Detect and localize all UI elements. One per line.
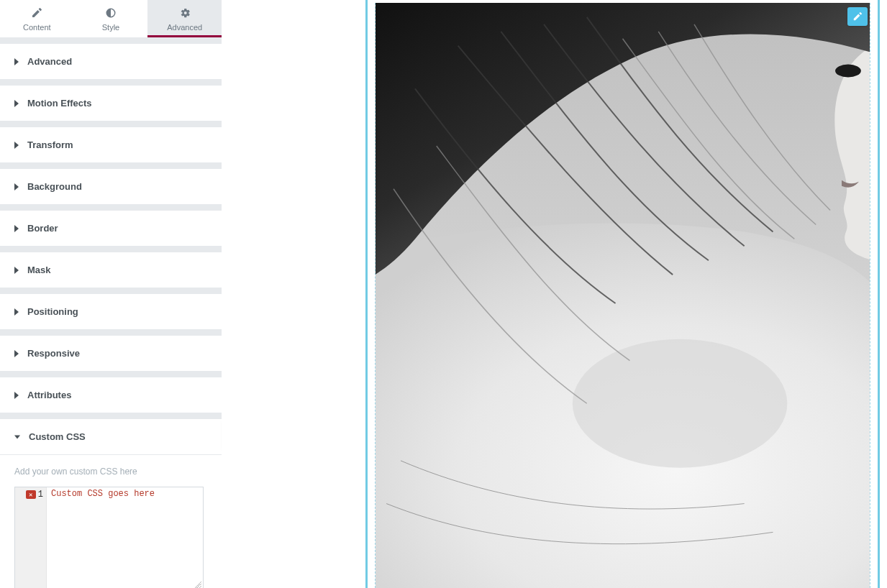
- edit-widget-button[interactable]: [847, 7, 868, 26]
- section-background: Background: [0, 169, 222, 205]
- caret-right-icon: [14, 100, 19, 107]
- caret-right-icon: [14, 142, 19, 149]
- section-title: Attributes: [27, 390, 71, 400]
- svg-point-2: [835, 65, 861, 78]
- section-title: Border: [27, 223, 58, 234]
- section-mask: Mask: [0, 252, 222, 288]
- panel-tabs: Content Style Advanced: [0, 0, 222, 38]
- custom-css-body: Add your own custom CSS here ✕ 1 Custom …: [0, 454, 222, 588]
- section-title: Responsive: [27, 348, 80, 359]
- column-frame[interactable]: [375, 3, 870, 588]
- section-title: Mask: [27, 265, 51, 275]
- code-gutter: ✕ 1: [15, 487, 47, 588]
- section-advanced: Advanced: [0, 44, 222, 80]
- section-header-transform[interactable]: Transform: [0, 127, 222, 162]
- custom-css-helper: Add your own custom CSS here: [14, 467, 207, 477]
- section-attributes: Attributes: [0, 377, 222, 413]
- svg-point-1: [573, 339, 788, 468]
- caret-right-icon: [14, 225, 19, 232]
- tab-advanced[interactable]: Advanced: [147, 0, 222, 37]
- sections-list: Advanced Motion Effects Transform Backgr…: [0, 38, 222, 588]
- section-header-attributes[interactable]: Attributes: [0, 377, 222, 413]
- code-content: Custom CSS goes here: [51, 489, 155, 499]
- error-marker-icon: ✕: [26, 490, 36, 499]
- section-header-motion-effects[interactable]: Motion Effects: [0, 86, 222, 121]
- caret-right-icon: [14, 58, 19, 65]
- tab-style[interactable]: Style: [74, 0, 148, 37]
- section-border: Border: [0, 211, 222, 247]
- section-positioning: Positioning: [0, 294, 222, 330]
- code-area[interactable]: Custom CSS goes here: [47, 487, 203, 588]
- contrast-icon: [74, 7, 148, 20]
- tab-label: Advanced: [167, 23, 202, 32]
- caret-right-icon: [14, 183, 19, 190]
- image-widget[interactable]: [376, 3, 870, 588]
- section-title: Positioning: [27, 306, 78, 317]
- caret-right-icon: [14, 392, 19, 399]
- section-header-responsive[interactable]: Responsive: [0, 336, 222, 371]
- caret-right-icon: [14, 267, 19, 274]
- tab-content[interactable]: Content: [0, 0, 74, 37]
- tab-label: Content: [23, 23, 51, 32]
- caret-right-icon: [14, 308, 19, 316]
- section-motion-effects: Motion Effects: [0, 86, 222, 121]
- section-header-advanced[interactable]: Advanced: [0, 44, 222, 79]
- gear-icon: [147, 7, 222, 20]
- tab-label: Style: [102, 23, 119, 32]
- section-header-background[interactable]: Background: [0, 169, 222, 204]
- section-custom-css: Custom CSS Add your own custom CSS here …: [0, 419, 222, 588]
- section-title: Transform: [27, 139, 73, 150]
- section-header-custom-css[interactable]: Custom CSS: [0, 419, 222, 454]
- section-title: Motion Effects: [27, 98, 92, 109]
- section-frame[interactable]: [365, 0, 880, 588]
- pencil-icon: [0, 7, 74, 20]
- section-header-border[interactable]: Border: [0, 211, 222, 246]
- pencil-icon: [852, 12, 863, 22]
- section-responsive: Responsive: [0, 336, 222, 372]
- section-header-mask[interactable]: Mask: [0, 252, 222, 288]
- editor-sidebar: Content Style Advanced Advanced Motion: [0, 0, 222, 588]
- section-title: Advanced: [27, 56, 72, 67]
- section-transform: Transform: [0, 127, 222, 163]
- line-number: 1: [38, 490, 43, 500]
- section-header-positioning[interactable]: Positioning: [0, 294, 222, 329]
- caret-right-icon: [14, 350, 19, 357]
- custom-css-editor[interactable]: ✕ 1 Custom CSS goes here: [14, 487, 204, 588]
- section-title: Custom CSS: [29, 431, 86, 442]
- caret-down-icon: [14, 434, 20, 440]
- preview-canvas: [222, 0, 887, 588]
- section-title: Background: [27, 181, 82, 192]
- resize-grip-icon[interactable]: [194, 581, 201, 588]
